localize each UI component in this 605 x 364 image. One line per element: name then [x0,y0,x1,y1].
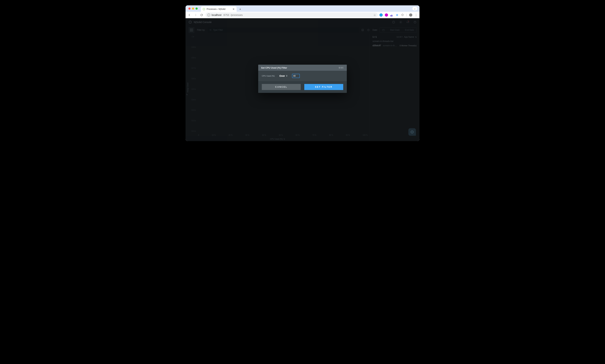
modal-overlay: Set CPU Used (%) Filter ESC CPU Used (%)… [186,18,419,141]
tab-close-icon[interactable]: ✕ [232,8,235,10]
cpu-filter-modal: Set CPU Used (%) Filter ESC CPU Used (%)… [258,65,347,93]
modal-header: Set CPU Used (%) Filter ESC [258,65,347,71]
tab-title: Processes › N|Solid [206,8,231,10]
extension-icon[interactable] [385,13,388,17]
nav-back-button[interactable] [187,13,192,17]
svg-marker-0 [203,8,205,10]
url-port: :6753 [223,13,229,16]
extensions-menu-icon[interactable] [401,13,404,17]
browser-window: Processes › N|Solid ✕ + ⌄ i localhost:67… [186,5,419,141]
cpu-threshold-input[interactable] [292,74,300,78]
url-host: localhost [212,13,221,16]
browser-tab[interactable]: Processes › N|Solid ✕ [201,6,237,12]
tabs-dropdown-button[interactable]: ⌄ [412,7,417,10]
operator-stepper-icon: ▲▼ [286,75,287,77]
set-filter-button[interactable]: SET FILTER [304,84,343,90]
chevron-down-icon: ⌄ [414,7,416,10]
modal-body: CPU Used (%) Over ▲▼ [258,71,347,81]
operator-selector[interactable]: Over ▲▼ [279,75,287,77]
cancel-button[interactable]: CANCEL [262,84,301,90]
extension-icons: ⌂14 ❋ | ⋮ [379,13,418,17]
svg-point-16 [412,131,413,132]
site-info-icon[interactable]: i [207,13,210,16]
svg-marker-15 [411,130,413,134]
app-viewport: N|Solid Console ? Filter by: Type Filter [186,18,419,141]
extension-icon[interactable] [379,13,383,17]
modal-esc-hint[interactable]: ESC [339,67,344,69]
hexagon-chat-icon [410,130,414,134]
tabbar-right: ⌄ [243,5,419,12]
modal-actions: CANCEL SET FILTER [258,81,347,93]
profile-avatar-icon[interactable] [409,13,412,17]
address-bar: i localhost:6753/processes ☆ ⌂14 ❋ | ⋮ [186,12,419,18]
tab-bar: Processes › N|Solid ✕ + ⌄ [186,5,419,12]
support-chat-button[interactable] [408,128,416,136]
window-controls [187,5,199,12]
operator-value: Over [279,75,285,77]
url-path: /processes [231,13,243,16]
extension-icon[interactable]: ⌂14 [390,13,393,17]
modal-title: Set CPU Used (%) Filter [261,66,287,69]
new-tab-button[interactable]: + [238,7,243,12]
nav-reload-button[interactable] [199,13,204,17]
tab-favicon-icon [203,8,205,10]
cpu-used-label: CPU Used (%) [262,75,275,77]
url-input[interactable]: i localhost:6753/processes ☆ [206,13,378,17]
window-close-button[interactable] [188,8,191,10]
browser-menu-icon[interactable]: ⋮ [414,13,418,17]
extension-icon[interactable]: ❋ [396,13,399,17]
window-maximize-button[interactable] [195,8,198,10]
nav-forward-button[interactable] [193,13,198,17]
bookmark-star-icon[interactable]: ☆ [373,13,376,17]
window-minimize-button[interactable] [192,8,194,10]
